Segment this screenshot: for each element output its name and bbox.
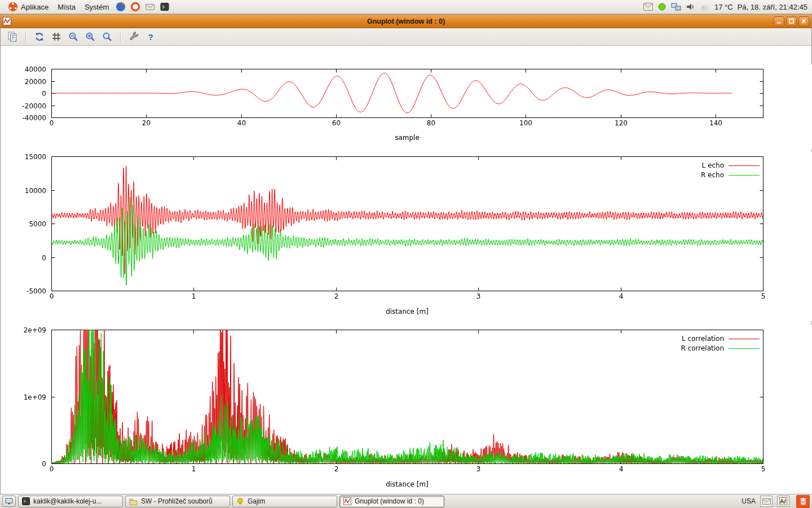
zoom-next-button[interactable]: [83, 29, 98, 44]
network-icon[interactable]: [671, 3, 681, 11]
grid-icon: [51, 31, 62, 42]
temperature-label[interactable]: 17 °C: [714, 3, 733, 11]
echo-chart: [1, 152, 812, 321]
show-desktop-button[interactable]: [2, 496, 16, 507]
taskbar-window-label: Gnuplot (window id : 0): [355, 497, 424, 505]
taskbar: kaklik@kaklik-kolej-u... SW - Prohlížeč …: [0, 494, 812, 508]
zoom-in-icon: [85, 31, 96, 42]
minimize-icon: [776, 18, 782, 24]
minimize-button[interactable]: [774, 16, 784, 27]
help-launcher[interactable]: [128, 1, 143, 12]
gnuplot-tray-icon: [779, 497, 787, 505]
mail-tray-button[interactable]: [760, 496, 773, 507]
taskbar-window-label: SW - Prohlížeč souborů: [141, 497, 213, 505]
gajim-icon: [236, 497, 244, 505]
mail-notification-icon[interactable]: [643, 3, 653, 11]
taskbar-tray: USA: [742, 495, 810, 508]
firefox-launcher[interactable]: [113, 1, 128, 12]
gnuplot-icon: [343, 497, 351, 505]
zoom-out-icon: [68, 31, 79, 42]
titlebar[interactable]: Gnuplot (window id : 0): [1, 15, 811, 28]
trash-icon: [800, 497, 807, 505]
menu-system[interactable]: Systém: [80, 2, 113, 12]
weather-icon[interactable]: [700, 3, 710, 11]
gajim-status-icon[interactable]: [657, 2, 667, 11]
taskbar-window-label: Gajim: [248, 497, 265, 505]
replot-button[interactable]: [32, 29, 47, 44]
settings-button[interactable]: [127, 29, 142, 44]
firefox-icon: [116, 2, 126, 12]
waveform-chart-canvas[interactable]: [1, 64, 812, 149]
taskbar-window-terminal[interactable]: kaklik@kaklik-kolej-u...: [18, 496, 123, 507]
taskbar-window-files[interactable]: SW - Prohlížeč souborů: [125, 496, 230, 507]
volume-icon[interactable]: [686, 2, 695, 11]
gnuplot-window: Gnuplot (window id : 0): [0, 14, 812, 494]
ubuntu-logo-icon: [8, 2, 18, 12]
wrench-icon: [129, 31, 140, 42]
clock-label[interactable]: Pá, 18. září, 21:42:45: [738, 3, 807, 11]
mail-icon: [145, 2, 155, 12]
desktop: Aplikace Místa Systém: [0, 0, 812, 508]
menu-places[interactable]: Místa: [53, 2, 80, 12]
help-button[interactable]: ?: [144, 30, 157, 43]
grid-toggle-button[interactable]: [49, 29, 64, 44]
taskbar-window-gajim[interactable]: Gajim: [232, 496, 337, 507]
close-icon: [801, 18, 807, 24]
window-buttons: [772, 16, 809, 27]
terminal-icon: [22, 497, 30, 505]
lifebuoy-icon: [130, 2, 140, 12]
maximize-button[interactable]: [786, 16, 797, 27]
mail-tray-icon: [762, 498, 771, 505]
mail-launcher[interactable]: [143, 1, 157, 12]
zoom-reset-icon: [102, 31, 113, 42]
terminal-launcher[interactable]: [157, 1, 172, 12]
echo-chart-canvas[interactable]: [1, 152, 812, 321]
gnuplot-tray-button[interactable]: [777, 496, 789, 507]
copy-icon: [7, 31, 18, 42]
trash-button[interactable]: [796, 495, 810, 508]
correlation-chart: [1, 325, 812, 494]
close-button[interactable]: [798, 16, 809, 27]
copy-clipboard-button[interactable]: [5, 29, 20, 44]
terminal-icon: [160, 2, 170, 12]
refresh-icon: [34, 31, 45, 42]
plot-area: [1, 46, 811, 493]
help-icon: ?: [145, 32, 156, 42]
waveform-chart: [1, 64, 812, 149]
top-panel: Aplikace Místa Systém: [0, 0, 812, 14]
toolbar-separator: [25, 31, 27, 42]
taskbar-window-gnuplot[interactable]: Gnuplot (window id : 0): [339, 496, 444, 507]
menu-applications-label: Aplikace: [21, 3, 48, 11]
panel-right-tray: 17 °C Pá, 18. září, 21:42:45: [643, 2, 809, 11]
gnuplot-toolbar: ?: [1, 28, 811, 46]
maximize-icon: [788, 18, 795, 24]
menu-applications[interactable]: Aplikace: [3, 1, 53, 13]
window-title: Gnuplot (window id : 0): [1, 17, 811, 25]
correlation-chart-canvas[interactable]: [1, 325, 812, 494]
taskbar-window-label: kaklik@kaklik-kolej-u...: [33, 497, 102, 505]
toolbar-separator: [120, 31, 121, 42]
zoom-previous-button[interactable]: [66, 29, 81, 44]
menu-places-label: Místa: [58, 3, 76, 11]
menu-system-label: Systém: [85, 3, 109, 11]
autoscale-button[interactable]: [100, 29, 114, 44]
keyboard-layout-indicator[interactable]: USA: [742, 497, 756, 505]
show-desktop-icon: [5, 498, 13, 505]
folder-icon: [129, 498, 138, 505]
